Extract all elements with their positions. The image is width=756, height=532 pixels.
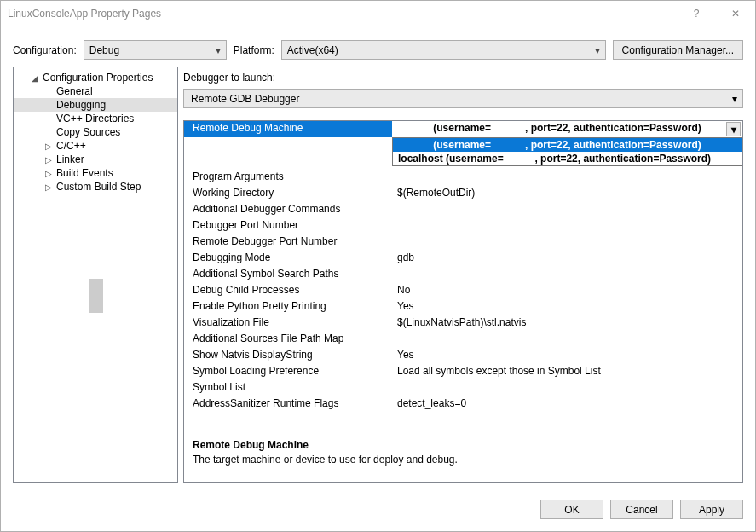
property-value[interactable]	[392, 202, 742, 218]
tree-item[interactable]: ▷Custom Build Step	[14, 180, 177, 194]
platform-label: Platform:	[234, 44, 274, 56]
titlebar: LinuxConsoleApp Property Pages ? ✕	[1, 1, 755, 26]
expander-closed-icon[interactable]: ▷	[43, 182, 55, 192]
platform-value: Active(x64)	[287, 44, 338, 56]
property-row-selected[interactable]: Remote Debug Machine (username= , port=2…	[184, 121, 742, 137]
property-row[interactable]: Debugging Modegdb	[184, 251, 742, 267]
property-row[interactable]: Show Natvis DisplayStringYes	[184, 348, 742, 364]
expander-closed-icon[interactable]: ▷	[43, 155, 55, 165]
property-name: Additional Sources File Path Map	[184, 332, 392, 348]
close-icon: ✕	[731, 8, 740, 20]
chevron-down-icon: ▾	[731, 124, 736, 136]
dropdown-option[interactable]: (username= , port=22, authentication=Pas…	[393, 138, 742, 152]
property-name: Additional Symbol Search Paths	[184, 267, 392, 283]
apply-button[interactable]: Apply	[680, 500, 743, 519]
property-value[interactable]: $(RemoteOutDir)	[392, 186, 742, 202]
tree-item-label: Linker	[55, 153, 84, 165]
property-pages-window: LinuxConsoleApp Property Pages ? ✕ Confi…	[0, 0, 756, 532]
configuration-manager-button[interactable]: Configuration Manager...	[613, 40, 743, 60]
category-tree[interactable]: ◢ Configuration Properties •General•Debu…	[13, 66, 178, 483]
property-row[interactable]: Program Arguments	[184, 170, 742, 186]
right-panel: Debugger to launch: Remote GDB Debugger …	[183, 66, 743, 483]
property-value[interactable]	[392, 332, 742, 348]
property-name: Symbol List	[184, 380, 392, 396]
configuration-value: Debug	[89, 44, 119, 56]
property-name: Debug Child Processes	[184, 283, 392, 299]
tree-root[interactable]: ◢ Configuration Properties	[14, 71, 177, 84]
body: ◢ Configuration Properties •General•Debu…	[1, 66, 755, 491]
tree-item-label: Debugging	[55, 99, 106, 111]
description-title: Remote Debug Machine	[193, 438, 734, 453]
help-button[interactable]: ?	[677, 1, 716, 26]
scrollbar-thumb[interactable]	[89, 279, 103, 313]
property-value[interactable]	[392, 234, 742, 251]
property-row[interactable]: Remote Debugger Port Number	[184, 234, 742, 251]
property-row[interactable]: Symbol Loading PreferenceLoad all symbol…	[184, 364, 742, 380]
property-value[interactable]: detect_leaks=0	[392, 396, 742, 413]
property-value[interactable]: Load all symbols except those in Symbol …	[392, 364, 742, 380]
property-name: AddressSanitizer Runtime Flags	[184, 396, 392, 413]
tree-item-label: General	[55, 85, 93, 97]
property-row[interactable]: Visualization File$(LinuxNatvisPath)\stl…	[184, 315, 742, 332]
property-row[interactable]: Additional Symbol Search Paths	[184, 267, 742, 283]
ok-button[interactable]: OK	[540, 500, 603, 519]
dropdown-button[interactable]: ▾	[726, 122, 741, 136]
property-value[interactable]: gdb	[392, 251, 742, 267]
close-button[interactable]: ✕	[716, 1, 755, 26]
property-row[interactable]: AddressSanitizer Runtime Flagsdetect_lea…	[184, 396, 742, 413]
property-name: Remote Debugger Port Number	[184, 234, 392, 251]
property-name: Visualization File	[184, 315, 392, 332]
property-value[interactable]: $(LinuxNatvisPath)\stl.natvis	[392, 315, 742, 332]
property-name: Debugging Mode	[184, 251, 392, 267]
chevron-down-icon: ▾	[732, 93, 737, 105]
expander-none-icon: •	[43, 87, 55, 96]
tree-item[interactable]: ▷Linker	[14, 153, 177, 166]
configuration-label: Configuration:	[13, 44, 77, 56]
button-row: OK Cancel Apply	[1, 491, 755, 531]
property-row[interactable]: Working Directory$(RemoteOutDir)	[184, 186, 742, 202]
tree-item[interactable]: ▷Build Events	[14, 166, 177, 180]
property-grid-body[interactable]: Remote Debug Machine (username= , port=2…	[184, 121, 742, 431]
debugger-launch-label: Debugger to launch:	[183, 66, 743, 89]
description-panel: Remote Debug Machine The target machine …	[184, 431, 742, 482]
property-row[interactable]: Additional Debugger Commands	[184, 202, 742, 218]
property-row[interactable]: Enable Python Pretty PrintingYes	[184, 299, 742, 315]
tree-item[interactable]: •General	[14, 84, 177, 98]
property-name: Debugger Port Number	[184, 218, 392, 234]
tree-item[interactable]: •Copy Sources	[14, 125, 177, 139]
tree-item-label: VC++ Directories	[55, 113, 134, 124]
debugger-launch-combo[interactable]: Remote GDB Debugger ▾	[183, 89, 743, 108]
property-row[interactable]: Debugger Port Number	[184, 218, 742, 234]
property-value[interactable]: (username= , port=22, authentication=Pas…	[392, 121, 742, 137]
property-name: Show Natvis DisplayString	[184, 348, 392, 364]
property-row[interactable]: Symbol List	[184, 380, 742, 396]
property-value[interactable]: Yes	[392, 299, 742, 315]
tree-item[interactable]: •Debugging	[14, 98, 177, 112]
platform-combo[interactable]: Active(x64) ▾	[281, 40, 606, 60]
property-value[interactable]	[392, 267, 742, 283]
property-value[interactable]	[392, 380, 742, 396]
cancel-button[interactable]: Cancel	[610, 500, 673, 519]
dropdown-option[interactable]: localhost (username= , port=22, authenti…	[393, 152, 742, 165]
property-value[interactable]	[392, 170, 742, 186]
expander-closed-icon[interactable]: ▷	[43, 169, 55, 178]
expander-none-icon: •	[43, 101, 55, 110]
property-name: Enable Python Pretty Printing	[184, 299, 392, 315]
expander-open-icon[interactable]: ◢	[29, 73, 41, 83]
expander-none-icon: •	[43, 128, 55, 137]
tree-item[interactable]: •VC++ Directories	[14, 112, 177, 125]
property-row[interactable]: Debug Child ProcessesNo	[184, 283, 742, 299]
dropdown-panel: (username= , port=22, authentication=Pas…	[392, 137, 742, 166]
property-row[interactable]: Additional Sources File Path Map	[184, 332, 742, 348]
description-body: The target machine or device to use for …	[193, 453, 734, 467]
tree-item-label: Copy Sources	[55, 126, 120, 138]
tree-item[interactable]: ▷C/C++	[14, 139, 177, 153]
chevron-down-icon: ▾	[595, 44, 600, 56]
property-value[interactable]: Yes	[392, 348, 742, 364]
expander-closed-icon[interactable]: ▷	[43, 142, 55, 151]
property-value[interactable]: No	[392, 283, 742, 299]
configuration-combo[interactable]: Debug ▾	[84, 40, 227, 60]
property-value[interactable]	[392, 218, 742, 234]
property-name: Working Directory	[184, 186, 392, 202]
property-name: Remote Debug Machine	[184, 121, 392, 137]
